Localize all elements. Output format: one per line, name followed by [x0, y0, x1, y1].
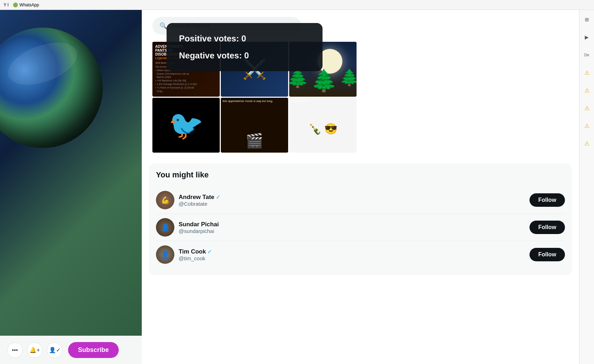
popping-text: popping when	[291, 99, 309, 103]
search-icon: 🔍	[159, 22, 167, 30]
notification-add-button[interactable]: 🔔+	[27, 342, 43, 358]
you-might-like-section: You might like 💪 Andrew Tate ✓ @Cobratat…	[149, 163, 572, 275]
user-suggestion-tim-cook: 👤 Tim Cook ✓ @tim_cook Follow	[156, 241, 565, 268]
top-bar: Y I 🟢 WhatsApp	[0, 0, 594, 10]
top-bar-whatsapp: 🟢 WhatsApp	[13, 2, 39, 7]
right-panel-warning1[interactable]: ⚠	[582, 67, 592, 78]
grid-icon: ⊞	[585, 17, 589, 22]
right-panel-warning3[interactable]: ⚠	[582, 103, 592, 113]
avatar-image-andrew: 💪	[156, 191, 174, 209]
user-check-button[interactable]: 👤✓	[47, 342, 62, 358]
right-panel-play-btn[interactable]: ▶	[582, 32, 592, 42]
votes-overlay: Positive votes: 0 Negative votes: 0	[167, 23, 323, 71]
avatar-image-sundar: 👤	[156, 218, 174, 237]
action-bar: ••• 🔔+ 👤✓ Subscribe	[0, 336, 142, 364]
warning-icon-4: ⚠	[584, 123, 589, 129]
twitter-bird-logo: 🐦	[168, 109, 204, 142]
user-name-tim-cook: Tim Cook	[179, 248, 206, 255]
grid-cell-emoji[interactable]: popping when 🍾 😎	[289, 98, 357, 153]
bell-plus-icon: 🔔+	[29, 347, 40, 353]
warning-icon-5: ⚠	[584, 140, 589, 147]
cinema-scene: 🎬	[221, 132, 288, 149]
follow-button-sundar-pichai[interactable]: Follow	[529, 221, 565, 234]
negative-votes-label: Negative votes: 0	[179, 51, 310, 61]
user-suggestion-sundar-pichai: 👤 Sundar Pichai @sundarpichai Follow	[156, 214, 565, 241]
user-name-row-andrew-tate: Andrew Tate ✓	[179, 194, 525, 201]
user-name-row-sundar-pichai: Sundar Pichai	[179, 221, 525, 228]
more-options-button[interactable]: •••	[7, 342, 23, 358]
user-handle-sundar-pichai: @sundarpichai	[179, 228, 525, 234]
left-panel: ••• 🔔+ 👤✓ Subscribe	[0, 10, 142, 364]
right-panel-warning2[interactable]: ⚠	[582, 85, 592, 96]
user-handle-tim-cook: @tim_cook	[179, 255, 525, 261]
cinema-text: this oppenheimer movie is way too long.	[223, 99, 286, 103]
warning-icon-1: ⚠	[584, 69, 589, 76]
warning-icon-3: ⚠	[584, 105, 589, 112]
right-panel-grid-btn[interactable]: ⊞	[582, 14, 592, 25]
play-icon: ▶	[585, 34, 589, 40]
user-suggestion-andrew-tate: 💪 Andrew Tate ✓ @Cobratate Follow	[156, 187, 565, 214]
user-handle-andrew-tate: @Cobratate	[179, 201, 525, 207]
trees: 🌲 🌲 🌲	[289, 68, 357, 93]
grid-cell-twitter-bird[interactable]: 🐦	[152, 98, 220, 153]
user-name-andrew-tate: Andrew Tate	[179, 194, 214, 201]
earth-globe	[0, 28, 103, 148]
verified-badge-tim-cook: ✓	[207, 248, 212, 255]
avatar-sundar-pichai: 👤	[156, 218, 174, 237]
right-panel-warning4[interactable]: ⚠	[582, 120, 592, 131]
avatar-tim-cook: 👤	[156, 245, 174, 264]
avatar-image-tim: 👤	[156, 245, 174, 264]
positive-votes-label: Positive votes: 0	[179, 34, 310, 44]
grid-cell-cinema[interactable]: this oppenheimer movie is way too long. …	[221, 98, 288, 153]
section-title: You might like	[156, 170, 565, 180]
user-check-icon: 👤✓	[49, 347, 61, 353]
user-name-sundar-pichai: Sundar Pichai	[179, 221, 219, 228]
subscribe-button[interactable]: Subscribe	[68, 342, 119, 358]
de-label: De	[584, 53, 589, 57]
user-name-row-tim-cook: Tim Cook ✓	[179, 248, 525, 255]
emoji-content: 🍾 😎	[308, 123, 337, 135]
right-panel-warning5[interactable]: ⚠	[582, 138, 592, 149]
top-bar-yi: Y I	[4, 2, 9, 7]
user-info-andrew-tate: Andrew Tate ✓ @Cobratate	[179, 194, 525, 207]
avatar-andrew-tate: 💪	[156, 191, 174, 209]
verified-badge-andrew-tate: ✓	[216, 194, 220, 200]
earth-image	[0, 10, 142, 180]
follow-button-tim-cook[interactable]: Follow	[529, 248, 565, 261]
right-panel: ⊞ ▶ De ⚠ ⚠ ⚠ ⚠ ⚠	[579, 0, 594, 364]
more-icon: •••	[12, 347, 18, 353]
right-panel-de-btn[interactable]: De	[582, 50, 592, 60]
user-info-tim-cook: Tim Cook ✓ @tim_cook	[179, 248, 525, 261]
warning-icon-2: ⚠	[584, 87, 589, 94]
user-info-sundar-pichai: Sundar Pichai @sundarpichai	[179, 221, 525, 234]
follow-button-andrew-tate[interactable]: Follow	[529, 193, 565, 207]
